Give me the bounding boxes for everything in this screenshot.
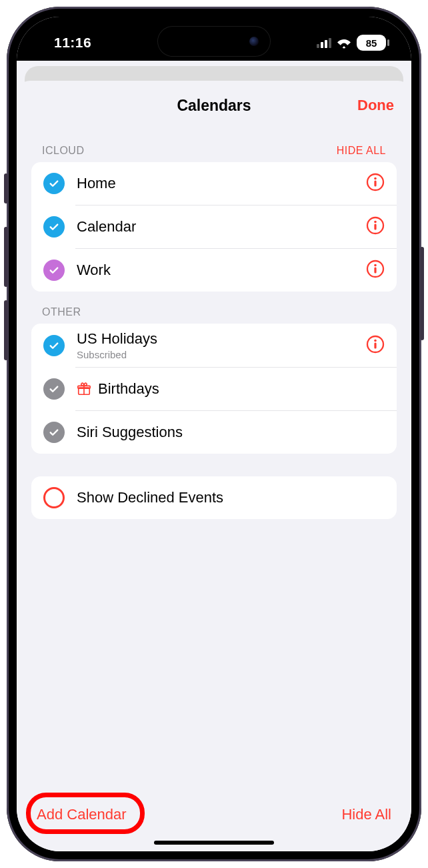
calendars-sheet: Calendars Done ICLOUD HIDE ALL Home	[17, 81, 411, 851]
checkmark-icon[interactable]	[43, 378, 65, 400]
content-scroll[interactable]: ICLOUD HIDE ALL Home	[17, 130, 411, 791]
status-time: 11:16	[54, 35, 91, 51]
hide-all-button[interactable]: Hide All	[341, 806, 391, 823]
calendar-row-birthdays[interactable]: Birthdays	[31, 368, 397, 410]
show-declined-row[interactable]: Show Declined Events	[31, 476, 397, 519]
calendar-name: Home	[77, 175, 354, 192]
phone-side-button	[4, 300, 8, 360]
svg-point-1	[374, 177, 377, 180]
calendar-name: Work	[77, 262, 354, 279]
hide-all-icloud-button[interactable]: HIDE ALL	[337, 145, 386, 157]
section-label: OTHER	[42, 306, 81, 318]
checkmark-icon[interactable]	[43, 260, 65, 281]
svg-rect-8	[374, 268, 376, 274]
info-icon[interactable]	[366, 335, 385, 356]
info-icon[interactable]	[366, 173, 385, 194]
phone-side-button	[420, 247, 424, 340]
dynamic-island	[157, 26, 271, 57]
battery-percentage: 85	[366, 37, 377, 49]
unchecked-circle-icon[interactable]	[43, 487, 65, 508]
section-header-icloud: ICLOUD HIDE ALL	[31, 130, 397, 162]
checkmark-icon[interactable]	[43, 173, 65, 194]
nav-header: Calendars Done	[17, 81, 411, 130]
calendar-name: Birthdays	[98, 380, 159, 398]
info-icon[interactable]	[366, 260, 385, 281]
calendar-name: Siri Suggestions	[77, 424, 385, 441]
section-header-other: OTHER	[31, 292, 397, 324]
svg-rect-2	[374, 181, 376, 187]
calendar-row-siri-suggestions[interactable]: Siri Suggestions	[31, 411, 397, 454]
cellular-signal-icon	[317, 37, 331, 48]
battery-indicator: 85	[357, 35, 386, 51]
done-button[interactable]: Done	[357, 97, 394, 114]
screen: 11:16 85 Calendars Done	[17, 17, 411, 851]
icloud-calendars-list: Home Calendar	[31, 162, 397, 292]
home-indicator[interactable]	[154, 841, 274, 845]
gift-icon	[77, 382, 91, 396]
checkmark-icon[interactable]	[43, 422, 65, 443]
svg-point-4	[374, 221, 377, 224]
calendar-subtitle: Subscribed	[77, 349, 354, 360]
phone-side-button	[4, 227, 8, 287]
calendar-row-home[interactable]: Home	[31, 162, 397, 205]
calendar-name: US Holidays	[77, 330, 354, 348]
calendar-row-calendar[interactable]: Calendar	[31, 205, 397, 248]
checkmark-icon[interactable]	[43, 216, 65, 238]
phone-side-button	[4, 173, 8, 203]
calendar-row-us-holidays[interactable]: US Holidays Subscribed	[31, 324, 397, 367]
other-calendars-list: US Holidays Subscribed	[31, 324, 397, 454]
calendar-row-work[interactable]: Work	[31, 249, 397, 292]
show-declined-label: Show Declined Events	[77, 489, 385, 506]
calendar-name: Calendar	[77, 218, 354, 236]
svg-rect-5	[374, 224, 376, 230]
page-title: Calendars	[177, 97, 251, 115]
add-calendar-button[interactable]: Add Calendar	[37, 806, 127, 823]
section-label: ICLOUD	[42, 145, 84, 157]
svg-rect-11	[374, 342, 376, 348]
phone-frame: 11:16 85 Calendars Done	[7, 7, 421, 861]
status-bar: 11:16 85	[17, 17, 411, 61]
svg-point-7	[374, 264, 377, 267]
svg-point-10	[374, 339, 377, 342]
checkmark-icon[interactable]	[43, 335, 65, 356]
wifi-icon	[337, 37, 351, 49]
info-icon[interactable]	[366, 216, 385, 238]
show-declined-group: Show Declined Events	[31, 476, 397, 519]
